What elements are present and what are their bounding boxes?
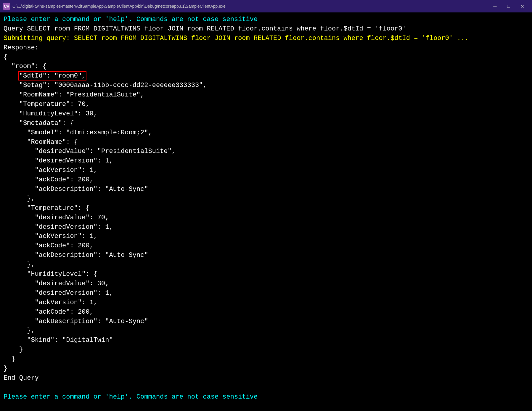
console-line-dtid: "$dtId": "room0", [4, 71, 528, 81]
console-line-desired-value-humidity: "desiredValue": 30, [4, 279, 528, 288]
console-line-ack-version-temp: "ackVersion": 1, [4, 232, 528, 241]
console-line-desired-version-temp: "desiredVersion": 1, [4, 223, 528, 232]
console-line-ack-desc-temp: "ackDescription": "Auto-Sync" [4, 251, 528, 260]
console-line-desired-version-roomname: "desiredVersion": 1, [4, 156, 528, 166]
console-line-ack-version-humidity: "ackVersion": 1, [4, 298, 528, 307]
console-line-temp-close: }, [4, 260, 528, 270]
console-line-desired-version-humidity: "desiredVersion": 1, [4, 288, 528, 298]
close-button[interactable]: ✕ [515, 0, 529, 12]
console-line-ack-desc-humidity: "ackDescription": "Auto-Sync" [4, 317, 528, 326]
console-line-prompt-1: Please enter a command or 'help'. Comman… [4, 15, 528, 24]
console-line-metadata-close: } [4, 345, 528, 354]
console-line-desired-value-temp: "desiredValue": 70, [4, 213, 528, 223]
console-line-ack-code-roomname: "ackCode": 200, [4, 175, 528, 185]
console-line-desired-value-roomname: "desiredValue": "PresidentialSuite", [4, 147, 528, 156]
console-line-ack-version-roomname: "ackVersion": 1, [4, 166, 528, 175]
console-line-end-query: End Query [4, 373, 528, 383]
maximize-button[interactable]: □ [502, 0, 515, 12]
highlighted-dtid: "$dtId": "room0", [19, 72, 86, 80]
console-line-humidity-close: }, [4, 326, 528, 336]
console-line-ack-code-temp: "ackCode": 200, [4, 241, 528, 251]
console-line-metadata-open: "$metadata": { [4, 119, 528, 128]
titlebar: C# C:\...\digital-twins-samples-master\A… [0, 0, 532, 12]
console-line-ack-desc-roomname: "ackDescription": "Auto-Sync" [4, 185, 528, 194]
console-line-close-brace: } [4, 364, 528, 373]
console-line-roomname-close: }, [4, 194, 528, 204]
console-line-room-close: } [4, 354, 528, 364]
console-line-room-open: "room": { [4, 62, 528, 71]
console-line-open-brace: { [4, 53, 528, 62]
console-line-ack-code-humidity: "ackCode": 200, [4, 307, 528, 317]
console-line-humidity-meta: "HumidityLevel": { [4, 270, 528, 279]
console-line-roomname-meta: "RoomName": { [4, 138, 528, 147]
console-line-kind: "$kind": "DigitalTwin" [4, 336, 528, 345]
console-line-model: "$model": "dtmi:example:Room;2", [4, 128, 528, 138]
minimize-button[interactable]: ─ [488, 0, 502, 12]
console-line-prompt-2: Please enter a command or 'help'. Comman… [4, 392, 528, 402]
console-line-submitting: Submitting query: SELECT room FROM DIGIT… [4, 34, 528, 43]
console-line-roomname: "RoomName": "PresidentialSuite", [4, 90, 528, 100]
app-icon: C# [3, 3, 10, 10]
console-line-etag: "$etag": "0000aaaa-11bb-cccc-dd22-eeeeee… [4, 81, 528, 90]
console-line-humidity: "HumidityLevel": 30, [4, 109, 528, 119]
console-output: Please enter a command or 'help'. Comman… [0, 12, 532, 411]
titlebar-path: C:\...\digital-twins-samples-master\AdtS… [12, 4, 488, 9]
window-controls: ─ □ ✕ [488, 0, 529, 12]
console-line-query: Query SELECT room FROM DIGITALTWINS floo… [4, 24, 528, 34]
console-line-response: Response: [4, 43, 528, 53]
console-line-blank [4, 383, 528, 392]
console-window: C# C:\...\digital-twins-samples-master\A… [0, 0, 532, 411]
console-line-temp-meta: "Temperature": { [4, 204, 528, 213]
console-line-temperature: "Temperature": 70, [4, 100, 528, 109]
